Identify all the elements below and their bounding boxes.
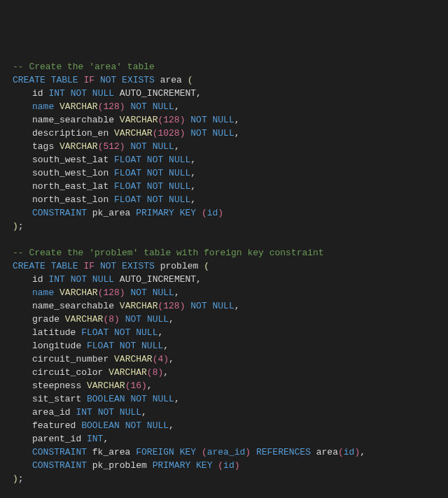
token: 128 — [103, 101, 119, 112]
token: ) — [218, 208, 223, 218]
token: NULL — [169, 168, 190, 178]
token — [114, 407, 120, 418]
token: , — [103, 434, 108, 444]
token: VARCHAR — [120, 301, 158, 311]
token — [87, 274, 92, 285]
code-line — [13, 233, 435, 246]
token: ) — [234, 460, 240, 471]
token: , — [234, 128, 240, 138]
code-line: name_searchable VARCHAR(128) NOT NULL, — [13, 299, 435, 313]
code-line: CONSTRAINT pk_problem PRIMARY KEY (id) — [13, 459, 435, 472]
token: id — [32, 88, 48, 99]
token: , — [234, 301, 240, 311]
code-line: sit_start BOOLEAN NOT NULL, — [13, 392, 435, 406]
token: description_en — [32, 128, 114, 138]
token: ; — [18, 474, 24, 484]
token: tags — [32, 141, 59, 152]
code-line: CONSTRAINT pk_area PRIMARY KEY (id) — [13, 206, 435, 220]
code-line: description_en VARCHAR(1028) NOT NULL, — [13, 127, 435, 140]
token: , — [190, 168, 196, 178]
token: NOT — [130, 101, 146, 112]
token: KEY — [180, 447, 196, 457]
code-line: name VARCHAR(128) NOT NULL, — [13, 286, 435, 299]
token: pk_area — [87, 208, 136, 218]
code-line: longitude FLOAT NOT NULL, — [13, 339, 435, 353]
token: EXISTS — [122, 261, 155, 271]
token: , — [174, 287, 180, 298]
token: NULL — [153, 287, 174, 298]
code-line: -- Create the 'problem' table with forei… — [13, 246, 435, 259]
token — [141, 194, 147, 205]
token: NULL — [169, 155, 190, 165]
code-line: CREATE TABLE IF NOT EXISTS problem ( — [13, 259, 435, 273]
token: , — [147, 380, 153, 391]
token: ) — [120, 287, 125, 298]
code-line: circuit_color VARCHAR(8), — [13, 366, 435, 379]
code-line: grade VARCHAR(8) NOT NULL, — [13, 313, 435, 326]
token — [65, 88, 71, 99]
code-line: name VARCHAR(128) NOT NULL, — [13, 100, 435, 113]
token — [136, 341, 141, 351]
token: NULL — [213, 115, 234, 125]
token — [94, 261, 100, 271]
token: CREATE — [13, 261, 46, 271]
token: ( — [204, 261, 209, 271]
token: , — [163, 341, 169, 351]
code-line: name_searchable VARCHAR(128) NOT NULL, — [13, 113, 435, 127]
token: ( — [202, 208, 207, 218]
code-line: north_east_lon FLOAT NOT NULL, — [13, 193, 435, 206]
token: FLOAT — [114, 181, 141, 192]
token: grade — [32, 314, 65, 325]
token: circuit_color — [32, 367, 108, 378]
token: NULL — [169, 194, 190, 205]
token: IF — [83, 261, 94, 271]
token: area_id — [207, 447, 246, 457]
token: CONSTRAINT — [32, 460, 87, 471]
token: PRIMARY — [136, 208, 174, 218]
code-line: area_id INT NOT NULL, — [13, 406, 435, 419]
token — [141, 420, 147, 431]
token — [190, 460, 196, 471]
token: NOT — [130, 287, 146, 298]
token: parent_id — [32, 434, 87, 444]
token: KEY — [196, 460, 212, 471]
token: id — [344, 447, 355, 457]
token — [94, 75, 100, 85]
token: , — [141, 407, 147, 418]
token: south_west_lat — [32, 155, 114, 165]
token: name_searchable — [32, 115, 120, 125]
token: NOT — [190, 115, 206, 125]
code-line: parent_id INT, — [13, 432, 435, 446]
token: ) — [245, 447, 251, 457]
code-line: south_west_lat FLOAT NOT NULL, — [13, 153, 435, 166]
token: NOT — [98, 407, 114, 418]
code-line: CONSTRAINT fk_area FOREIGN KEY (area_id)… — [13, 446, 435, 459]
token: 512 — [103, 141, 119, 152]
token — [46, 261, 51, 271]
code-line: featured BOOLEAN NOT NULL, — [13, 419, 435, 432]
token — [87, 88, 92, 99]
token — [163, 168, 169, 178]
token: name_searchable — [32, 301, 120, 311]
token: NOT — [130, 141, 146, 152]
token: NULL — [141, 341, 163, 351]
token — [141, 314, 147, 325]
token: NOT — [147, 168, 163, 178]
token: area — [311, 447, 338, 457]
token: VARCHAR — [59, 101, 98, 112]
token: 128 — [163, 115, 179, 125]
token: REFERENCES — [256, 447, 311, 457]
token — [92, 407, 98, 418]
token: NOT — [147, 181, 163, 192]
token: , — [163, 367, 169, 378]
token: NULL — [153, 141, 174, 152]
token: -- Create the 'problem' table with forei… — [13, 248, 324, 258]
token: NULL — [153, 394, 174, 404]
token: fk_area — [87, 447, 136, 457]
token: FLOAT — [81, 327, 108, 338]
token — [207, 301, 213, 311]
token: ; — [18, 221, 24, 232]
token: north_east_lon — [32, 194, 114, 205]
token: , — [174, 101, 180, 112]
token — [163, 194, 169, 205]
